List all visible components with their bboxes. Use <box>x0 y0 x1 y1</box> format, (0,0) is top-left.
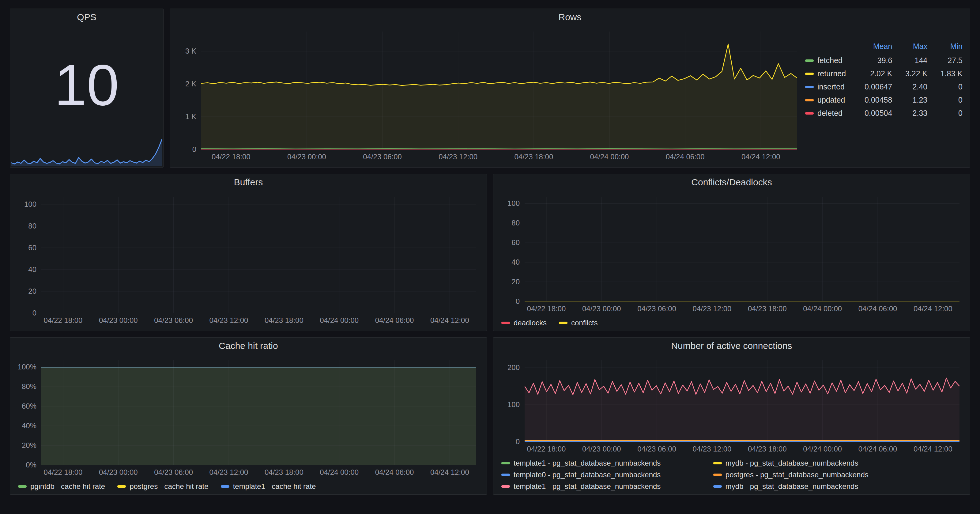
legend-swatch <box>713 462 722 465</box>
legend-table-row: returned2.02 K3.22 K1.83 K <box>805 67 963 80</box>
legend-table-body: fetched39.614427.5returned2.02 K3.22 K1.… <box>805 54 963 120</box>
legend-series[interactable]: fetched <box>805 56 851 65</box>
dashboard-row-2: Buffers 02040608010004/22 18:0004/23 00:… <box>10 174 970 331</box>
legend-item[interactable]: template1 - cache hit rate <box>221 482 316 491</box>
x-tick-label: 04/23 12:00 <box>439 153 477 161</box>
legend-col-mean[interactable]: Mean <box>851 40 892 54</box>
legend-col-spacer <box>805 40 851 54</box>
legend-col-min[interactable]: Min <box>928 40 963 54</box>
y-tick-label: 40% <box>22 422 37 430</box>
conflicts-chart: 02040608010004/22 18:0004/23 00:0004/23 … <box>499 192 964 316</box>
legend-item[interactable]: template1 - pg_stat_database_numbackends <box>501 459 713 468</box>
legend-swatch <box>805 112 814 115</box>
connections-panel-body: 010020004/22 18:0004/23 00:0004/23 06:00… <box>493 354 970 494</box>
legend-item[interactable]: postgres - cache hit rate <box>117 482 208 491</box>
y-tick-label: 100% <box>18 363 37 371</box>
legend-series[interactable]: inserted <box>805 83 851 91</box>
rows-panel-body: 01 K2 K3 K04/22 18:0004/23 00:0004/23 06… <box>170 25 970 167</box>
legend-label: template1 - cache hit rate <box>233 482 316 491</box>
x-axis: 04/22 18:0004/23 00:0004/23 06:0004/23 1… <box>201 153 797 162</box>
legend-col-max[interactable]: Max <box>892 40 928 54</box>
x-tick-label: 04/23 06:00 <box>363 153 402 161</box>
legend-item[interactable]: mydb - pg_stat_database_numbackends <box>713 459 925 468</box>
x-axis: 04/22 18:0004/23 00:0004/23 06:0004/23 1… <box>525 304 959 313</box>
y-tick-label: 80% <box>22 382 37 391</box>
legend-series[interactable]: deleted <box>805 109 851 118</box>
legend-swatch <box>501 321 510 324</box>
x-tick-label: 04/23 12:00 <box>210 316 248 325</box>
chart-plot[interactable] <box>41 360 476 465</box>
buffers-chart: 02040608010004/22 18:0004/23 00:0004/23 … <box>16 192 481 328</box>
dashboard-row-1: QPS 10 Rows 01 K2 K3 K04/22 18:0004/23 0… <box>10 9 970 167</box>
x-tick-label: 04/23 12:00 <box>210 468 248 477</box>
legend-min-value: 0 <box>928 94 963 107</box>
legend-swatch <box>221 485 229 488</box>
chart-plot[interactable] <box>525 360 959 442</box>
cache-panel-body: 0%20%40%60%80%100%04/22 18:0004/23 00:00… <box>10 354 487 494</box>
y-tick-label: 60 <box>511 238 520 247</box>
x-tick-label: 04/23 00:00 <box>287 153 326 161</box>
legend-mean-value: 0.00504 <box>851 107 892 120</box>
connections-chart: 010020004/22 18:0004/23 00:0004/23 06:00… <box>499 355 964 457</box>
buffers-panel-body: 02040608010004/22 18:0004/23 00:0004/23 … <box>10 191 487 331</box>
panel-header-rows[interactable]: Rows <box>170 9 970 25</box>
legend-item[interactable]: template1 - pg_stat_database_numbackends <box>501 482 713 491</box>
y-tick-label: 20% <box>22 441 37 450</box>
legend-min-value: 27.5 <box>928 54 963 67</box>
y-tick-label: 40 <box>28 265 37 274</box>
legend-item[interactable]: conflicts <box>559 318 598 327</box>
y-tick-label: 40 <box>511 258 520 266</box>
y-tick-label: 100 <box>24 200 37 208</box>
chart-plot[interactable] <box>525 197 959 301</box>
rows-chart: 01 K2 K3 K04/22 18:0004/23 00:0004/23 06… <box>175 27 802 164</box>
chart-plot[interactable] <box>201 32 797 150</box>
qps-panel-body: 10 <box>10 25 163 167</box>
legend-series[interactable]: returned <box>805 69 851 78</box>
legend-item[interactable]: mydb - pg_stat_database_numbackends <box>713 482 925 491</box>
x-tick-label: 04/24 12:00 <box>913 445 953 454</box>
legend-item[interactable]: template0 - pg_stat_database_numbackends <box>501 471 713 479</box>
panel-header-connections[interactable]: Number of active connections <box>493 337 970 354</box>
legend-table-row: inserted0.006472.400 <box>805 80 963 94</box>
conflicts-panel-body: 02040608010004/22 18:0004/23 00:0004/23 … <box>493 191 970 331</box>
x-tick-label: 04/23 18:00 <box>748 304 787 313</box>
qps-sparkline-chart <box>11 138 162 166</box>
y-tick-label: 100 <box>508 199 520 208</box>
panel-qps: QPS 10 <box>10 9 164 167</box>
panel-header-qps[interactable]: QPS <box>10 9 163 25</box>
panel-title: Cache hit ratio <box>219 341 278 351</box>
chart-plot[interactable] <box>41 197 476 313</box>
y-tick-label: 80 <box>28 222 37 230</box>
legend-label: postgres - pg_stat_database_numbackends <box>725 471 869 479</box>
x-tick-label: 04/23 06:00 <box>637 304 676 313</box>
x-tick-label: 04/23 00:00 <box>582 445 621 454</box>
legend-swatch <box>501 485 510 488</box>
y-axis: 0100200 <box>499 360 520 442</box>
legend-series-cell: updated <box>805 94 851 107</box>
legend-label: conflicts <box>571 318 598 327</box>
legend-max-value: 2.40 <box>892 80 928 94</box>
legend-series-label: returned <box>818 69 846 78</box>
y-tick-label: 20 <box>28 287 37 296</box>
legend-item[interactable]: deadlocks <box>501 318 547 327</box>
legend-series[interactable]: updated <box>805 95 851 105</box>
legend-swatch <box>559 321 568 324</box>
y-tick-label: 0 <box>32 309 37 317</box>
x-tick-label: 04/24 00:00 <box>320 468 359 477</box>
panel-header-buffers[interactable]: Buffers <box>10 174 487 191</box>
panel-header-cache[interactable]: Cache hit ratio <box>10 337 487 354</box>
legend-table: MeanMaxMinfetched39.614427.5returned2.02… <box>805 40 963 120</box>
y-tick-label: 0 <box>516 438 520 446</box>
legend-item[interactable]: pgintdb - cache hit rate <box>18 482 105 491</box>
legend-series-label: updated <box>818 95 845 105</box>
x-tick-label: 04/24 12:00 <box>913 304 953 313</box>
x-tick-label: 04/23 18:00 <box>748 445 787 454</box>
y-tick-label: 0 <box>516 297 520 306</box>
y-tick-label: 80 <box>511 219 520 227</box>
panel-header-conflicts[interactable]: Conflicts/Deadlocks <box>493 174 970 191</box>
x-tick-label: 04/24 12:00 <box>430 316 469 325</box>
x-tick-label: 04/24 12:00 <box>430 468 469 477</box>
x-tick-label: 04/24 06:00 <box>375 316 414 325</box>
legend-item[interactable]: postgres - pg_stat_database_numbackends <box>713 471 925 479</box>
legend-swatch <box>501 462 510 465</box>
